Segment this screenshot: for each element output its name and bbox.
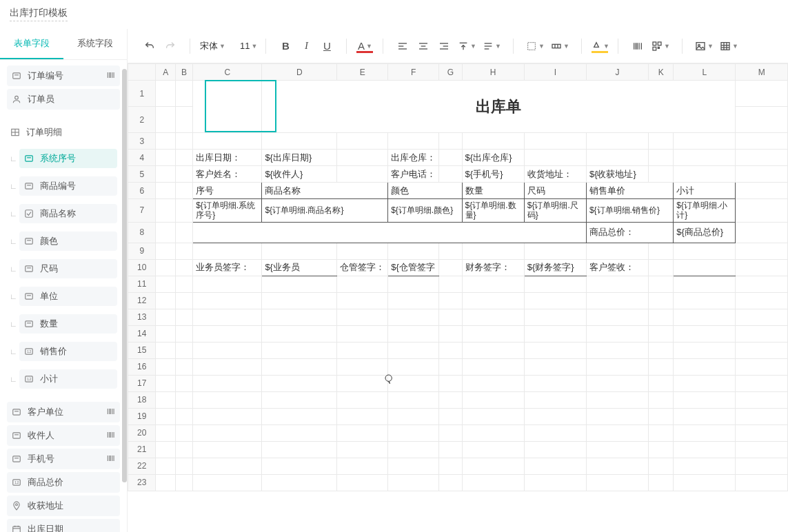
cell-I16[interactable] (524, 358, 586, 375)
cell-B21[interactable] (175, 441, 192, 458)
cell-J21[interactable] (586, 441, 648, 458)
cell-E21[interactable] (337, 441, 388, 458)
cell-E20[interactable] (337, 424, 388, 441)
align-right-button[interactable] (434, 37, 454, 56)
cell-D5[interactable]: ${收件人} (262, 166, 337, 183)
barcode-icon[interactable] (106, 407, 116, 418)
cell-E22[interactable] (337, 458, 388, 474)
cell-F16[interactable] (388, 358, 439, 375)
cell-D10[interactable]: ${业务员 (262, 259, 337, 276)
col-header-I[interactable]: I (524, 64, 586, 81)
cell-B17[interactable] (175, 375, 192, 391)
insert-qr-button[interactable]: ▼ (649, 37, 672, 56)
cell-F11[interactable] (388, 276, 439, 292)
cell-H11[interactable] (462, 276, 524, 292)
field-系统序号[interactable]: ∟系统序号 (7, 145, 120, 172)
cell-F14[interactable] (388, 325, 439, 342)
cell-J16[interactable] (586, 358, 648, 375)
cell-M5[interactable] (736, 166, 788, 183)
field-订单编号[interactable]: 订单编号 (7, 65, 120, 86)
cell-I13[interactable] (524, 309, 586, 325)
cell-K9[interactable] (649, 243, 674, 259)
cell-E13[interactable] (337, 309, 388, 325)
cell-A7[interactable] (156, 199, 175, 223)
cell-B14[interactable] (175, 325, 192, 342)
row-header-22[interactable]: 22 (128, 458, 156, 474)
field-小计[interactable]: ∟12小计 (7, 366, 120, 392)
insert-image-button[interactable]: ▼ (692, 37, 716, 56)
cell-D15[interactable] (262, 342, 337, 358)
cell-G17[interactable] (439, 375, 462, 391)
cell-J8[interactable]: 商品总价： (586, 222, 673, 243)
field-数量[interactable]: ∟数量 (7, 311, 120, 337)
cell-L23[interactable] (674, 474, 736, 491)
cell-A10[interactable] (156, 259, 175, 276)
cell-C6[interactable]: 序号 (193, 183, 262, 199)
cell-C16[interactable] (193, 358, 262, 375)
cell-A6[interactable] (156, 183, 175, 199)
cell-B20[interactable] (175, 424, 192, 441)
cell-G20[interactable] (439, 424, 462, 441)
row-header-23[interactable]: 23 (128, 474, 156, 491)
cell-A11[interactable] (156, 276, 175, 292)
cell-B10[interactable] (175, 259, 192, 276)
cell-M16[interactable] (736, 358, 788, 375)
cell-H6[interactable]: 数量 (462, 183, 524, 199)
cell-D20[interactable] (262, 424, 337, 441)
cell-J20[interactable] (586, 424, 648, 441)
cell-L15[interactable] (674, 342, 736, 358)
cell-J22[interactable] (586, 458, 648, 474)
cell-G16[interactable] (439, 358, 462, 375)
tab-form-fields[interactable]: 表单字段 (0, 29, 63, 59)
cell-M7[interactable] (736, 199, 788, 223)
cell-J14[interactable] (586, 325, 648, 342)
field-客户单位[interactable]: 客户单位 (7, 402, 120, 422)
cell-M13[interactable] (736, 309, 788, 325)
cell-D11[interactable] (262, 276, 337, 292)
cell-I17[interactable] (524, 375, 586, 391)
cell-J7[interactable]: ${订单明细.销售价} (586, 199, 673, 223)
cell-M20[interactable] (736, 424, 788, 441)
cell-I4[interactable] (524, 150, 586, 166)
cell-C5[interactable]: 客户姓名： (193, 166, 262, 183)
cell-L7[interactable]: ${订单明细.小计} (674, 199, 736, 223)
cell-A8[interactable] (156, 222, 175, 243)
cell-H12[interactable] (462, 292, 524, 309)
cell-B12[interactable] (175, 292, 192, 309)
cell-K17[interactable] (649, 375, 674, 391)
merge-button[interactable]: ▼ (548, 37, 572, 56)
cell-H19[interactable] (462, 408, 524, 424)
cell-I12[interactable] (524, 292, 586, 309)
cell-M2[interactable] (736, 107, 788, 133)
row-header-20[interactable]: 20 (128, 424, 156, 441)
row-header-5[interactable]: 5 (128, 166, 156, 183)
cell-F5[interactable]: 客户电话： (388, 166, 439, 183)
cell-L5[interactable] (674, 166, 736, 183)
cell-L13[interactable] (674, 309, 736, 325)
cell-K16[interactable] (649, 358, 674, 375)
col-header-H[interactable]: H (462, 64, 524, 81)
row-header-18[interactable]: 18 (128, 391, 156, 408)
cell-C23[interactable] (193, 474, 262, 491)
cell-I9[interactable] (524, 243, 586, 259)
cell-J15[interactable] (586, 342, 648, 358)
cell-I6[interactable]: 尺码 (524, 183, 586, 199)
row-header-17[interactable]: 17 (128, 375, 156, 391)
col-header-D[interactable]: D (262, 64, 337, 81)
cell-L11[interactable] (674, 276, 736, 292)
cell-M11[interactable] (736, 276, 788, 292)
align-center-button[interactable] (414, 37, 433, 56)
cell-F9[interactable] (388, 243, 439, 259)
cell-M3[interactable] (736, 133, 788, 150)
cell-A5[interactable] (156, 166, 175, 183)
field-订单员[interactable]: 订单员 (7, 89, 120, 110)
field-尺码[interactable]: ∟尺码 (7, 256, 120, 282)
cell-J9[interactable] (586, 243, 648, 259)
cell-M14[interactable] (736, 325, 788, 342)
cell-A16[interactable] (156, 358, 175, 375)
cell-G19[interactable] (439, 408, 462, 424)
field-商品总价[interactable]: 12商品总价 (7, 472, 120, 493)
cell-D3[interactable] (262, 133, 337, 150)
cell-L17[interactable] (674, 375, 736, 391)
cell-E11[interactable] (337, 276, 388, 292)
